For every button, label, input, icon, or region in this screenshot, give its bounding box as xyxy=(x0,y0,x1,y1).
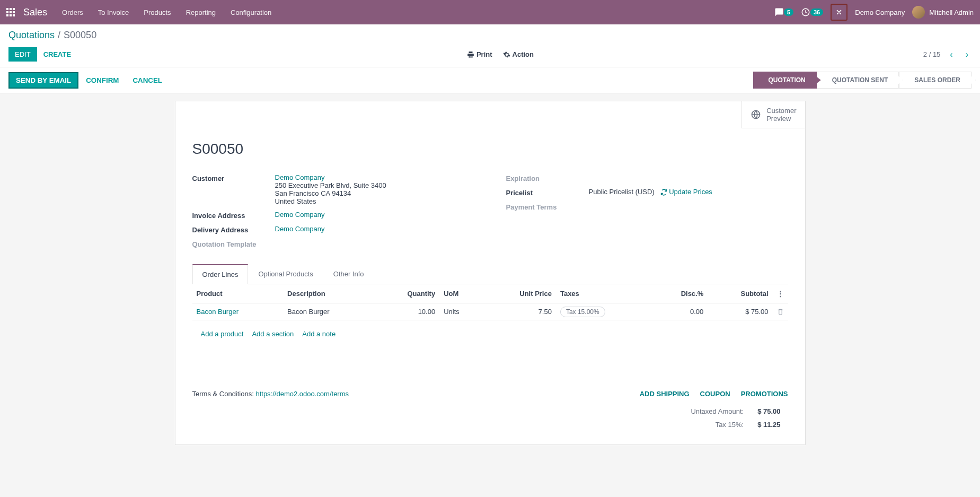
tab-other-info[interactable]: Other Info xyxy=(323,264,374,284)
addr-line-3: United States xyxy=(275,197,474,205)
print-button[interactable]: Print xyxy=(467,50,492,58)
app-title[interactable]: Sales xyxy=(23,7,47,18)
trash-icon xyxy=(777,308,784,315)
main-navbar: Sales Orders To Invoice Products Reporti… xyxy=(0,0,980,24)
breadcrumb-current: S00050 xyxy=(64,30,96,41)
cell-tax: Tax 15.00% xyxy=(560,307,605,317)
order-lines-table: Product Description Quantity UoM Unit Pr… xyxy=(192,284,788,347)
avatar xyxy=(912,6,925,19)
gear-icon xyxy=(503,51,510,58)
add-note-link[interactable]: Add a note xyxy=(302,330,336,338)
messages-badge: 5 xyxy=(784,8,793,16)
nav-configuration[interactable]: Configuration xyxy=(231,8,271,16)
table-row[interactable]: Bacon Burger Bacon Burger 10.00 Units 7.… xyxy=(192,303,788,320)
expiration-label: Expiration xyxy=(506,173,589,182)
close-icon xyxy=(835,8,843,16)
th-price[interactable]: Unit Price xyxy=(483,284,556,303)
update-prices-button[interactable]: Update Prices xyxy=(660,188,712,196)
payment-terms-label: Payment Terms xyxy=(506,202,589,211)
customer-label: Customer xyxy=(192,173,275,182)
create-button[interactable]: CREATE xyxy=(37,47,77,62)
th-disc[interactable]: Disc.% xyxy=(652,284,708,303)
globe-icon xyxy=(751,109,761,120)
terms-conditions: Terms & Conditions: https://demo2.odoo.c… xyxy=(192,390,349,398)
cell-uom: Units xyxy=(439,303,483,320)
cell-price: 7.50 xyxy=(483,303,556,320)
addr-line-1: 250 Executive Park Blvd, Suite 3400 xyxy=(275,181,474,189)
pager: 2 / 15 ‹ › xyxy=(923,50,972,59)
refresh-icon xyxy=(660,189,667,196)
add-shipping-button[interactable]: ADD SHIPPING xyxy=(640,390,690,398)
template-label: Quotation Template xyxy=(192,239,275,248)
pager-next[interactable]: › xyxy=(963,50,972,59)
tax-label: Tax 15%: xyxy=(684,418,750,431)
add-section-link[interactable]: Add a section xyxy=(252,330,294,338)
nav-reporting[interactable]: Reporting xyxy=(186,8,216,16)
nav-products[interactable]: Products xyxy=(144,8,171,16)
messages-button[interactable]: 5 xyxy=(774,7,793,17)
user-menu[interactable]: Mitchell Admin xyxy=(912,6,974,19)
untaxed-label: Untaxed Amount: xyxy=(684,405,750,417)
tab-order-lines[interactable]: Order Lines xyxy=(192,264,249,284)
totals-table: Untaxed Amount:$ 75.00 Tax 15%:$ 11.25 xyxy=(683,404,788,432)
tax-value: $ 11.25 xyxy=(751,418,787,431)
statusbar: SEND BY EMAIL CONFIRM CANCEL QUOTATION Q… xyxy=(0,67,980,93)
form-sheet: Customer Preview S00050 Customer Demo Co… xyxy=(175,101,806,445)
chat-icon xyxy=(774,7,784,17)
add-product-link[interactable]: Add a product xyxy=(201,330,244,338)
record-name: S00050 xyxy=(192,141,788,158)
breadcrumb-parent[interactable]: Quotations xyxy=(8,30,55,41)
company-switcher[interactable]: Demo Company xyxy=(855,8,905,16)
coupon-button[interactable]: COUPON xyxy=(700,390,730,398)
promotions-button[interactable]: PROMOTIONS xyxy=(741,390,788,398)
confirm-button[interactable]: CONFIRM xyxy=(80,72,125,89)
nav-orders[interactable]: Orders xyxy=(62,8,83,16)
send-email-button[interactable]: SEND BY EMAIL xyxy=(8,72,78,89)
th-subtotal[interactable]: Subtotal xyxy=(708,284,772,303)
status-quotation-sent[interactable]: QUOTATION SENT xyxy=(817,72,899,89)
nav-to-invoice[interactable]: To Invoice xyxy=(98,8,129,16)
th-uom[interactable]: UoM xyxy=(439,284,483,303)
print-icon xyxy=(467,51,474,58)
th-product[interactable]: Product xyxy=(192,284,284,303)
activities-button[interactable]: 36 xyxy=(801,7,823,17)
apps-icon[interactable] xyxy=(6,8,15,16)
th-taxes[interactable]: Taxes xyxy=(556,284,652,303)
delivery-addr-label: Delivery Address xyxy=(192,225,275,234)
terms-link[interactable]: https://demo2.odoo.com/terms xyxy=(255,390,349,398)
user-name: Mitchell Admin xyxy=(929,8,974,16)
edit-button[interactable]: EDIT xyxy=(8,47,37,62)
customer-link[interactable]: Demo Company xyxy=(275,173,474,181)
notebook-tabs: Order Lines Optional Products Other Info xyxy=(192,264,788,284)
cancel-button[interactable]: CANCEL xyxy=(126,72,169,89)
pricelist-value: Public Pricelist (USD) xyxy=(589,188,655,196)
action-button[interactable]: Action xyxy=(503,50,534,58)
nav-menu: Orders To Invoice Products Reporting Con… xyxy=(62,8,271,16)
status-steps: QUOTATION QUOTATION SENT SALES ORDER xyxy=(753,72,972,89)
pager-prev[interactable]: ‹ xyxy=(947,50,956,59)
tab-optional-products[interactable]: Optional Products xyxy=(248,264,323,284)
customer-preview-button[interactable]: Customer Preview xyxy=(741,101,805,128)
cell-disc: 0.00 xyxy=(652,303,708,320)
th-desc[interactable]: Description xyxy=(283,284,374,303)
cell-qty: 10.00 xyxy=(374,303,440,320)
delivery-addr-link[interactable]: Demo Company xyxy=(275,225,325,233)
nav-right: 5 36 Demo Company Mitchell Admin xyxy=(774,4,974,21)
cell-subtotal: $ 75.00 xyxy=(708,303,772,320)
breadcrumb: Quotations / S00050 xyxy=(8,30,972,41)
status-sales-order[interactable]: SALES ORDER xyxy=(899,72,972,89)
activities-badge: 36 xyxy=(810,8,823,16)
untaxed-value: $ 75.00 xyxy=(751,405,787,417)
status-quotation[interactable]: QUOTATION xyxy=(753,72,817,89)
kebab-icon[interactable]: ⋮ xyxy=(777,290,784,298)
delete-row-icon[interactable] xyxy=(777,308,784,315)
breadcrumb-sep: / xyxy=(58,30,60,41)
th-qty[interactable]: Quantity xyxy=(374,284,440,303)
cell-product[interactable]: Bacon Burger xyxy=(197,308,239,316)
invoice-addr-label: Invoice Address xyxy=(192,211,275,220)
invoice-addr-link[interactable]: Demo Company xyxy=(275,211,325,219)
pricelist-label: Pricelist xyxy=(506,188,589,197)
cell-desc: Bacon Burger xyxy=(283,303,374,320)
debug-close-button[interactable] xyxy=(831,4,847,21)
pager-text: 2 / 15 xyxy=(923,50,941,58)
